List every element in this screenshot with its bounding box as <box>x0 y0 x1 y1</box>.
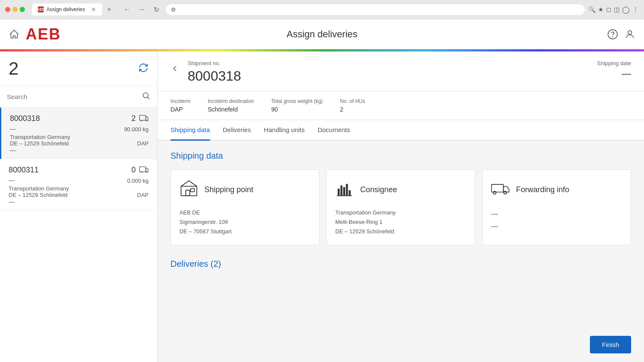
new-tab-button[interactable]: + <box>104 4 114 15</box>
shipment-count-badge: 2 <box>9 58 18 79</box>
shipment-delivery-count-2: 0 <box>131 166 136 175</box>
profile-button[interactable]: ◯ <box>622 6 630 14</box>
browser-chrome: AEB Assign deliveries ✕ + ← → ↻ ⚙ 🔍 ★ ◻ … <box>0 0 644 19</box>
forwarding-line-1: — <box>491 208 622 220</box>
header-actions <box>607 29 635 40</box>
card-header-consignee: Consignee <box>335 178 466 201</box>
nav-back-button[interactable]: ← <box>121 3 133 15</box>
maximize-dot[interactable] <box>20 7 25 12</box>
shipment-carrier-1: Transportation Germany <box>10 134 149 140</box>
sidebar-header: 2 <box>0 51 157 86</box>
svg-rect-16 <box>343 187 345 196</box>
shipment-incoterm-1: DAP <box>137 140 149 147</box>
shipment-list: 8000318 2 — <box>0 108 157 362</box>
consignee-content: Transportation Germany Melli-Beese-Ring … <box>335 208 466 236</box>
bookmark-button[interactable]: ★ <box>598 6 604 13</box>
split-view-button[interactable]: ◫ <box>614 6 620 13</box>
zoom-button[interactable]: 🔍 <box>588 6 595 13</box>
meta-incoterm: Incoterm DAP <box>170 98 191 113</box>
truck-icon <box>491 178 510 201</box>
svg-point-7 <box>146 120 148 121</box>
address-bar[interactable]: ⚙ <box>166 4 585 15</box>
search-icon[interactable] <box>142 91 150 102</box>
svg-point-6 <box>141 120 143 121</box>
back-button[interactable] <box>170 64 179 73</box>
meta-gross-weight: Total gross weight (kg) 90 <box>271 98 323 113</box>
aeb-logo: AEB <box>26 25 61 43</box>
shipment-incoterm-2: DAP <box>137 192 149 198</box>
tab-deliveries[interactable]: Deliveries <box>223 120 251 141</box>
shipping-point-line-2: Sigmaringerstr. 109 <box>179 217 310 227</box>
svg-rect-17 <box>346 184 348 196</box>
tab-handling-units[interactable]: Handling units <box>264 120 305 141</box>
close-dot[interactable] <box>5 7 10 12</box>
help-icon <box>607 29 618 40</box>
building-svg <box>335 178 354 197</box>
extension-button[interactable]: ◻ <box>606 6 611 13</box>
shipment-icon-2 <box>139 165 149 175</box>
user-button[interactable] <box>624 29 635 40</box>
shipment-meta: Incoterm DAP Incoterm destination Schöne… <box>158 91 644 120</box>
no-hus-label: No. of HUs <box>340 98 365 104</box>
search-area <box>0 86 157 108</box>
shipment-weight-1: 90.000 kg <box>124 126 149 133</box>
nav-forward-button[interactable]: → <box>136 3 148 15</box>
home-icon <box>9 29 20 40</box>
shipment-count-area-2: 0 <box>131 165 149 175</box>
shipment-detail-header: Shipment no. 8000318 Shipping date — <box>158 51 644 91</box>
incoterm-dest-label: Incoterm destination <box>208 98 254 104</box>
svg-point-0 <box>608 30 617 39</box>
user-icon <box>624 29 635 40</box>
content-area: Shipment no. 8000318 Shipping date — Inc… <box>158 51 644 362</box>
tab-shipping-data[interactable]: Shipping data <box>170 120 210 141</box>
shipping-point-content: AEB DE Sigmaringerstr. 109 DE – 70567 St… <box>179 208 310 236</box>
shipment-dash-2: — <box>9 177 15 184</box>
svg-rect-14 <box>338 189 340 196</box>
shipment-carrier-2: Transportation Germany <box>9 185 149 192</box>
shipment-info: Shipment no. 8000318 <box>188 60 597 84</box>
menu-button[interactable]: ⋮ <box>632 6 639 13</box>
meta-no-hus: No. of HUs 2 <box>340 98 365 113</box>
shipment-number-2: 8000311 <box>9 166 39 175</box>
meta-incoterm-dest: Incoterm destination Schönefeld <box>208 98 254 113</box>
svg-point-2 <box>628 30 632 34</box>
svg-rect-8 <box>140 167 146 172</box>
page-title: Assign deliveries <box>286 29 357 40</box>
warehouse-svg <box>179 178 198 197</box>
finish-button[interactable]: Finish <box>590 336 631 353</box>
nav-refresh-button[interactable]: ↻ <box>150 3 162 15</box>
header-logo-area: AEB <box>9 25 61 43</box>
incoterm-label: Incoterm <box>170 98 191 104</box>
gross-weight-value: 90 <box>271 106 323 113</box>
consignee-line-1: Transportation Germany <box>335 208 466 217</box>
tab-favicon: AEB <box>38 6 44 12</box>
help-button[interactable] <box>607 29 618 40</box>
tab-close[interactable]: ✕ <box>91 6 96 13</box>
home-button[interactable] <box>9 29 20 40</box>
warehouse-icon <box>179 178 198 201</box>
shipment-list-item-2[interactable]: 8000311 0 — <box>0 159 157 211</box>
card-header-shipping-point: Shipping point <box>179 178 310 201</box>
shipping-point-card: Shipping point AEB DE Sigmaringerstr. 10… <box>170 169 319 245</box>
card-header-forwarding: Forwarding info <box>491 178 622 201</box>
search-input[interactable] <box>7 93 142 100</box>
shipment-count-area-1: 2 <box>131 114 149 124</box>
svg-rect-5 <box>140 115 146 121</box>
shipment-list-item-1[interactable]: 8000318 2 — <box>0 108 157 159</box>
consignee-line-3: DE – 12529 Schönefeld <box>335 227 466 236</box>
browser-nav: ← → ↻ <box>121 3 162 15</box>
browser-tab[interactable]: AEB Assign deliveries ✕ <box>32 3 102 15</box>
minimize-dot[interactable] <box>12 7 18 12</box>
refresh-button[interactable] <box>138 63 149 75</box>
tab-documents[interactable]: Documents <box>318 120 350 141</box>
svg-point-9 <box>141 172 143 173</box>
shipment-number-1: 8000318 <box>10 114 40 123</box>
finish-button-area: Finish <box>590 336 631 353</box>
shipment-dash-1: — <box>10 125 16 132</box>
tab-title: Assign deliveries <box>46 6 85 12</box>
consignee-line-2: Melli-Beese-Ring 1 <box>335 217 466 227</box>
svg-rect-18 <box>349 190 351 196</box>
browser-dots <box>5 7 25 12</box>
shipment-dash2-1: — <box>10 147 16 154</box>
tabs-bar: Shipping data Deliveries Handling units … <box>158 120 644 141</box>
